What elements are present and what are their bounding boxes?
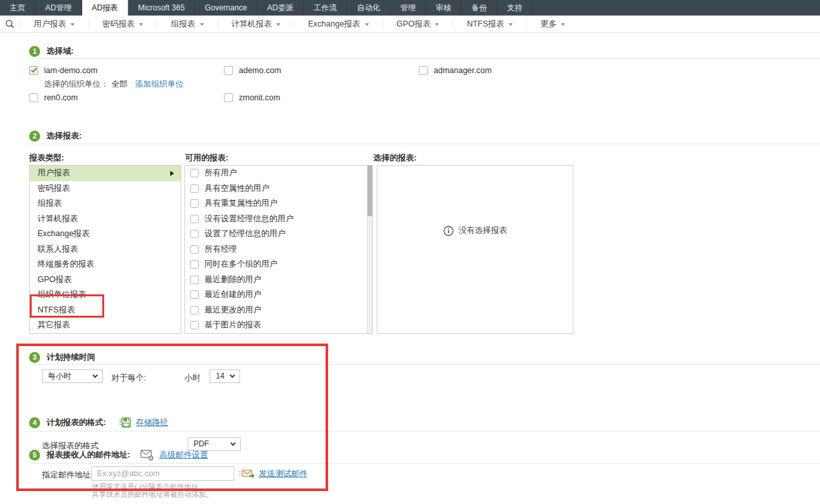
report-label[interactable]: 同时在多个组的用户 bbox=[205, 259, 278, 270]
report-types-header: 报表类型: bbox=[29, 153, 64, 164]
report-type-item-gpo[interactable]: GPO报表 bbox=[30, 272, 181, 288]
storage-path-link[interactable]: 存储路径 bbox=[136, 417, 168, 428]
nav-tab-ad-reports[interactable]: AD报表 bbox=[82, 0, 129, 16]
report-label[interactable]: 没有设置经理信息的用户 bbox=[205, 214, 294, 225]
report-type-item-group[interactable]: 组报表 bbox=[30, 196, 181, 212]
available-report-item: 具有空属性的用户 bbox=[185, 181, 372, 197]
send-test-mail-link[interactable]: 发送测试邮件 bbox=[259, 468, 307, 479]
reports-toolbar: 用户报表 密码报表 组报表 计算机报表 Exchange报表 GPO报表 NTF… bbox=[0, 16, 820, 33]
domain-checkbox-ademo[interactable] bbox=[224, 66, 233, 75]
report-type-item-ou[interactable]: 组织单位报表 bbox=[30, 287, 181, 303]
email-settings-icon[interactable] bbox=[140, 450, 154, 461]
chevron-down-icon bbox=[93, 373, 98, 378]
step3-heading: 3 计划持续时间 bbox=[29, 351, 95, 363]
report-type-label: 用户报表 bbox=[38, 168, 70, 179]
report-label[interactable]: 基于图片的报表 bbox=[205, 320, 261, 331]
nav-tab-backup[interactable]: 备份 bbox=[461, 0, 497, 16]
available-reports-list: 所有用户 具有空属性的用户 具有重复属性的用户 没有设置经理信息的用户 设置了经… bbox=[184, 165, 373, 334]
frequency-select[interactable]: 每小时 bbox=[42, 369, 103, 383]
domain-label[interactable]: ren0.com bbox=[44, 93, 78, 102]
report-label[interactable]: 最近更改的用户 bbox=[205, 305, 261, 316]
toolbar-item-user-reports[interactable]: 用户报表 bbox=[19, 19, 88, 29]
domain-label[interactable]: admanager.com bbox=[434, 66, 492, 75]
domain-label[interactable]: iam-demo.com bbox=[44, 66, 98, 75]
available-report-item: 没有设置经理信息的用户 bbox=[185, 212, 372, 227]
nav-tab-workflow[interactable]: 工作流 bbox=[304, 0, 347, 16]
nav-tab-admin[interactable]: 管理 bbox=[390, 0, 426, 16]
available-reports-header: 可用的报表: bbox=[185, 153, 228, 164]
report-label[interactable]: 所有经理 bbox=[205, 244, 237, 255]
domain-checkbox-iam-demo[interactable] bbox=[29, 66, 38, 75]
report-checkbox[interactable] bbox=[190, 245, 199, 254]
toolbar-item-more[interactable]: 更多 bbox=[526, 19, 579, 29]
toolbar-item-gpo-reports[interactable]: GPO报表 bbox=[382, 19, 453, 29]
step4-title: 计划报表的格式: bbox=[47, 417, 106, 428]
toolbar-item-ntfs-reports[interactable]: NTFS报表 bbox=[452, 19, 526, 29]
report-type-item-computer[interactable]: 计算机报表 bbox=[30, 212, 181, 227]
scrollbar-track[interactable] bbox=[367, 166, 372, 333]
available-report-item: 所有用户 bbox=[185, 166, 372, 181]
available-report-item: 同时在多个组的用户 bbox=[185, 257, 372, 272]
report-checkbox[interactable] bbox=[190, 199, 199, 208]
advanced-email-settings-link[interactable]: 高级邮件设置 bbox=[159, 450, 208, 461]
nav-tab-microsoft-365[interactable]: Microsoft 365 bbox=[128, 0, 195, 16]
domain-checkbox-admanager[interactable] bbox=[419, 66, 428, 75]
report-label[interactable]: 最近创建的用户 bbox=[205, 289, 261, 300]
report-type-item-user[interactable]: 用户报表 bbox=[30, 166, 181, 181]
report-type-label: 组织单位报表 bbox=[38, 289, 86, 300]
nav-tab-home[interactable]: 主页 bbox=[0, 0, 36, 16]
chevron-down-icon bbox=[509, 23, 513, 26]
format-value: PDF bbox=[194, 439, 209, 448]
domain-checkbox-zmonit[interactable] bbox=[224, 93, 233, 102]
toolbar-item-computer-reports[interactable]: 计算机报表 bbox=[217, 19, 294, 29]
report-checkbox[interactable] bbox=[190, 321, 199, 329]
step5-title: 报表接收人的邮件地址: bbox=[47, 450, 130, 461]
save-icon[interactable] bbox=[119, 417, 131, 428]
available-report-item: 最近删除的用户 bbox=[185, 272, 372, 288]
nav-tab-support[interactable]: 支持 bbox=[497, 0, 533, 16]
report-label[interactable]: 设置了经理信息的用户 bbox=[205, 228, 285, 239]
report-checkbox[interactable] bbox=[190, 306, 199, 314]
email-address-input[interactable] bbox=[91, 466, 234, 481]
domain-label[interactable]: ademo.com bbox=[239, 66, 281, 75]
toolbar-item-group-reports[interactable]: 组报表 bbox=[157, 19, 217, 29]
domain-checkbox-ren0[interactable] bbox=[29, 93, 38, 102]
report-checkbox[interactable] bbox=[190, 230, 199, 238]
report-label[interactable]: 最近删除的用户 bbox=[205, 274, 261, 285]
send-mail-icon[interactable] bbox=[238, 468, 255, 479]
toolbar-item-exchange-reports[interactable]: Exchange报表 bbox=[294, 19, 382, 29]
chevron-down-icon bbox=[71, 23, 74, 26]
search-button[interactable] bbox=[0, 19, 19, 29]
interval-select[interactable]: 14 bbox=[210, 369, 240, 383]
report-type-item-contact[interactable]: 联系人报表 bbox=[30, 242, 181, 257]
step1-heading: 1 选择域: bbox=[29, 45, 74, 57]
add-ou-link[interactable]: 添加组织单位 bbox=[135, 80, 183, 89]
report-type-item-other[interactable]: 其它报表 bbox=[30, 318, 181, 333]
report-checkbox[interactable] bbox=[190, 260, 199, 268]
nav-tab-automation[interactable]: 自动化 bbox=[347, 0, 390, 16]
nav-tab-audit[interactable]: 审核 bbox=[426, 0, 461, 16]
report-checkbox[interactable] bbox=[190, 169, 199, 177]
nav-tab-ad-delegation[interactable]: AD委派 bbox=[258, 0, 304, 16]
step5-heading: 5 报表接收人的邮件地址: 高级邮件设置 bbox=[29, 449, 208, 461]
domain-label[interactable]: zmonit.com bbox=[239, 93, 280, 102]
scrollbar-thumb[interactable] bbox=[368, 166, 373, 216]
report-checkbox[interactable] bbox=[190, 276, 199, 284]
email-hint-line2: 共享技术员的邮件地址将被自动添加。 bbox=[92, 490, 213, 499]
report-label[interactable]: 具有空属性的用户 bbox=[205, 183, 269, 194]
report-type-item-password[interactable]: 密码报表 bbox=[30, 181, 181, 197]
report-type-item-exchange[interactable]: Exchange报表 bbox=[30, 226, 181, 242]
report-type-item-ntfs[interactable]: NTFS报表 bbox=[30, 303, 181, 318]
report-type-item-terminal-services[interactable]: 终端服务的报表 bbox=[30, 257, 181, 272]
domain-row-zmonit: zmonit.com bbox=[224, 93, 280, 102]
check-icon bbox=[30, 66, 37, 72]
nav-tab-governance[interactable]: Governance bbox=[195, 0, 257, 16]
report-checkbox[interactable] bbox=[190, 215, 199, 223]
toolbar-item-password-reports[interactable]: 密码报表 bbox=[88, 19, 157, 29]
report-checkbox[interactable] bbox=[190, 184, 199, 193]
report-label[interactable]: 所有用户 bbox=[205, 168, 237, 179]
ou-value: 全部 bbox=[111, 80, 127, 89]
report-label[interactable]: 具有重复属性的用户 bbox=[205, 198, 278, 209]
report-checkbox[interactable] bbox=[190, 290, 199, 299]
nav-tab-ad-management[interactable]: AD管理 bbox=[36, 0, 82, 16]
